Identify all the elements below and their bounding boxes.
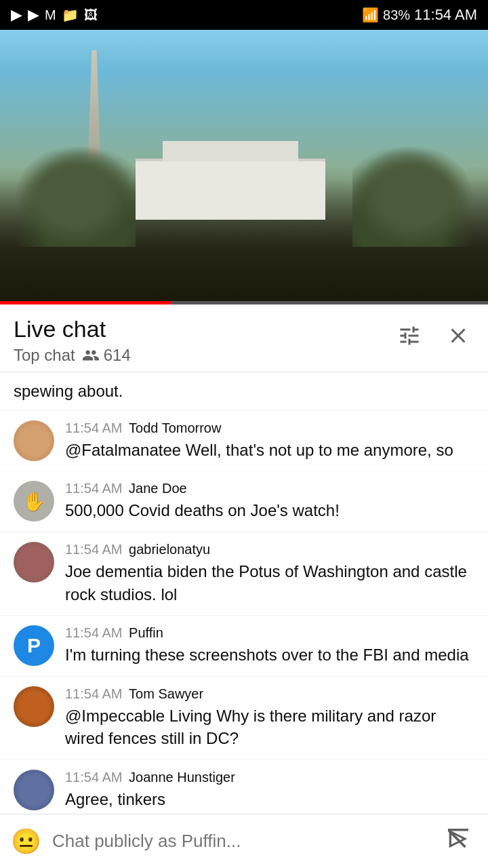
top-chat-label: Top chat <box>14 346 75 365</box>
message-time: 11:54 AM <box>65 481 123 496</box>
message-time: 11:54 AM <box>65 420 123 435</box>
message-content: 11:54 AM Jane Doe 500,000 Covid deaths o… <box>65 481 474 522</box>
close-icon <box>446 323 470 348</box>
message-text: Agree, tinkers <box>65 788 474 811</box>
message-author: Joanne Hunstiger <box>129 770 235 785</box>
viewer-count-number: 614 <box>104 346 131 365</box>
time-display: 11:54 AM <box>414 6 477 24</box>
trees-left-decoration <box>14 145 136 247</box>
image-icon: 🖼 <box>84 7 98 23</box>
message-meta: 11:54 AM Joanne Hunstiger <box>65 770 474 785</box>
message-content: 11:54 AM gabrielonatyu Joe dementia bide… <box>65 542 474 606</box>
message-content: 11:54 AM Joanne Hunstiger Agree, tinkers <box>65 770 474 811</box>
white-house-decoration <box>136 159 325 220</box>
message-text: I'm turning these screenshots over to th… <box>65 644 474 667</box>
truncated-message: spewing about. <box>0 372 488 411</box>
table-row: 11:54 AM Todd Tomorrow @Fatalmanatee Wel… <box>0 411 488 472</box>
message-content: 11:54 AM Puffin I'm turning these screen… <box>65 625 474 667</box>
avatar <box>14 686 54 727</box>
video-player[interactable] <box>0 30 488 301</box>
chat-header: Live chat Top chat 614 <box>0 304 488 372</box>
chat-messages-list: 11:54 AM Todd Tomorrow @Fatalmanatee Wel… <box>0 411 488 868</box>
monument-decoration <box>88 50 100 159</box>
chat-header-left: Live chat Top chat 614 <box>14 315 131 365</box>
message-content: 11:54 AM Todd Tomorrow @Fatalmanatee Wel… <box>65 420 474 462</box>
viewer-count: 614 <box>82 346 131 365</box>
message-time: 11:54 AM <box>65 542 123 557</box>
wifi-icon: 📶 <box>362 7 379 23</box>
message-time: 11:54 AM <box>65 770 123 785</box>
message-meta: 11:54 AM gabrielonatyu <box>65 542 474 557</box>
message-author: Tom Sawyer <box>129 686 203 701</box>
emoji-icon: 😐 <box>11 827 41 855</box>
avatar: P <box>14 625 54 666</box>
people-icon <box>82 347 100 364</box>
message-author: gabrielonatyu <box>129 542 210 557</box>
folder-icon: 📁 <box>62 7 79 23</box>
message-author: Todd Tomorrow <box>129 420 221 435</box>
table-row: 11:54 AM Tom Sawyer @Impeccable Living W… <box>0 677 488 760</box>
message-text: @Impeccable Living Why is there military… <box>65 705 474 750</box>
avatar <box>14 770 54 810</box>
avatar: ✋ <box>14 481 54 521</box>
message-meta: 11:54 AM Puffin <box>65 625 474 641</box>
message-meta: 11:54 AM Todd Tomorrow <box>65 420 474 436</box>
settings-button[interactable] <box>393 319 426 355</box>
table-row: ✋ 11:54 AM Jane Doe 500,000 Covid deaths… <box>0 471 488 532</box>
message-meta: 11:54 AM Jane Doe <box>65 481 474 496</box>
table-row: 11:54 AM Joanne Hunstiger Agree, tinkers <box>0 760 488 821</box>
send-icon <box>445 825 472 852</box>
message-text: @Fatalmanatee Well, that's not up to me … <box>65 439 474 462</box>
message-author: Puffin <box>129 625 163 640</box>
battery-text: 83% <box>383 7 410 23</box>
close-button[interactable] <box>442 319 474 355</box>
message-text: Joe dementia biden the Potus of Washingt… <box>65 560 474 606</box>
live-chat-title: Live chat <box>14 315 131 343</box>
top-chat-row: Top chat 614 <box>14 346 131 365</box>
status-bar: ▶ ▶ M 📁 🖼 📶 83% 11:54 AM <box>0 0 488 30</box>
trees-right-decoration <box>352 145 474 247</box>
sliders-icon <box>397 323 422 348</box>
table-row: 11:54 AM gabrielonatyu Joe dementia bide… <box>0 532 488 616</box>
message-author: Jane Doe <box>129 481 187 496</box>
play-icon: ▶ <box>11 6 22 24</box>
send-button[interactable] <box>439 820 477 863</box>
message-time: 11:54 AM <box>65 686 123 701</box>
message-text: 500,000 Covid deaths on Joe's watch! <box>65 499 474 522</box>
status-left: ▶ ▶ M 📁 🖼 <box>11 6 98 24</box>
chat-header-actions <box>393 315 474 355</box>
message-content: 11:54 AM Tom Sawyer @Impeccable Living W… <box>65 686 474 750</box>
avatar <box>14 420 54 461</box>
table-row: P 11:54 AM Puffin I'm turning these scre… <box>0 616 488 677</box>
chat-input-bar: 😐 <box>0 814 488 868</box>
message-time: 11:54 AM <box>65 625 123 640</box>
avatar <box>14 542 54 583</box>
youtube-icon: ▶ <box>28 6 39 24</box>
m-icon: M <box>45 7 56 23</box>
chat-input[interactable] <box>52 831 428 852</box>
status-right: 📶 83% 11:54 AM <box>362 6 477 24</box>
emoji-button[interactable]: 😐 <box>11 827 41 856</box>
message-meta: 11:54 AM Tom Sawyer <box>65 686 474 702</box>
